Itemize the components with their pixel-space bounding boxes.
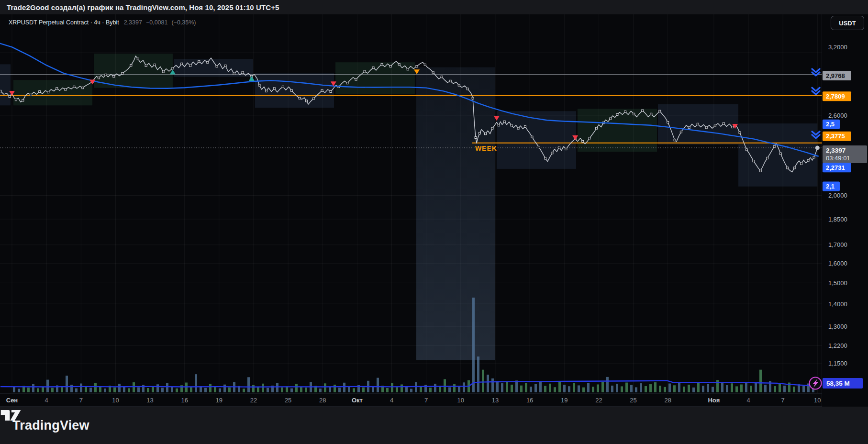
volume-bar (721, 382, 723, 392)
price-point-marker (407, 68, 409, 70)
volume-bar (434, 384, 436, 392)
price-point-marker (517, 127, 519, 129)
price-axis-label: 1,6000 (828, 260, 847, 267)
time-axis[interactable]: Сен4710131619222528Окт4710131619222528Но… (0, 393, 822, 407)
time-axis-label: 28 (664, 397, 671, 404)
time-axis-label: 10 (112, 397, 119, 404)
price-point-marker (667, 122, 669, 123)
volume-bar (300, 387, 302, 392)
price-point-marker (258, 84, 260, 86)
volume-bar (597, 385, 599, 393)
price-axis-label: 1,3000 (828, 323, 847, 330)
volume-bar (659, 386, 661, 392)
time-axis-label: 22 (250, 397, 257, 404)
time-axis-label: 7 (781, 397, 785, 404)
chart-canvas[interactable]: WEEKСен4710131619222528Окт47101316192225… (0, 14, 868, 407)
volume-bar (664, 387, 666, 392)
price-point-marker (753, 160, 755, 162)
price-point-marker (813, 156, 815, 158)
price-point-marker (551, 152, 553, 154)
price-point-marker (787, 167, 789, 169)
volume-bar (472, 298, 475, 392)
price-point-marker (807, 159, 809, 161)
time-axis-scale[interactable] (0, 393, 822, 407)
price-point-marker (321, 89, 323, 91)
price-point-marker (491, 127, 493, 129)
price-level-label-text: 2,9768 (826, 72, 845, 79)
price-point-marker (582, 140, 584, 142)
time-axis-label: 13 (492, 397, 499, 404)
volume-bar (252, 385, 255, 392)
volume-bar (573, 383, 575, 392)
volume-bar (295, 384, 298, 392)
price-point-marker (467, 88, 468, 90)
volume-bar (668, 384, 671, 392)
price-point-marker (22, 100, 24, 101)
price-point-marker (441, 76, 443, 78)
volume-bar (85, 387, 87, 392)
price-point-marker (773, 145, 775, 147)
chart-legend[interactable]: XRPUSDT Perpetual Contract · 4ч · Bybit … (9, 19, 196, 26)
volume-bar (764, 385, 767, 392)
price-point-marker (82, 87, 84, 89)
price-point-marker (472, 97, 474, 99)
price-point-marker (723, 122, 724, 124)
price-axis-label: 2,6000 (828, 112, 847, 119)
volume-bar (712, 387, 714, 392)
price-point-marker (538, 146, 540, 148)
volume-bar (716, 380, 719, 392)
volume-bar (482, 370, 484, 392)
volume-bar (487, 375, 489, 392)
price-point-marker (432, 71, 434, 73)
volume-bar (204, 388, 207, 392)
volume-bar (683, 387, 685, 392)
tradingview-logo[interactable]: TradingView (8, 418, 89, 433)
price-point-marker (364, 70, 366, 72)
volume-bar (587, 383, 590, 392)
volume-bar (209, 384, 211, 392)
volume-bar (13, 387, 15, 392)
price-axis-label: 1,2200 (828, 342, 847, 349)
volume-bar (582, 388, 585, 392)
price-point-marker (746, 149, 747, 151)
volume-bar (558, 381, 561, 392)
volume-bar (707, 384, 709, 392)
currency-toggle-button[interactable]: USDT (831, 16, 864, 30)
volume-bar (645, 386, 647, 392)
price-point-marker (181, 63, 183, 65)
time-axis-label: 7 (424, 397, 428, 404)
price-point-marker (47, 91, 49, 93)
price-point-marker (113, 76, 115, 78)
price-point-marker (511, 124, 512, 126)
volume-bar (774, 386, 776, 392)
volume-bar (190, 387, 192, 392)
price-point-marker (98, 77, 100, 79)
price-point-marker (39, 90, 41, 92)
price-point-marker (122, 72, 123, 74)
price-point-marker (207, 61, 209, 63)
volume-bar (688, 385, 690, 392)
price-point-marker (498, 124, 500, 126)
price-point-marker (56, 88, 58, 89)
price-level-label-text: 2,5 (826, 121, 835, 128)
price-change: −0,0081 (146, 19, 168, 26)
price-point-marker (705, 127, 707, 129)
price-level-label-text: 2,2731 (826, 164, 845, 171)
volume-bar (104, 388, 106, 392)
volume-bar (568, 386, 570, 392)
price-point-marker (306, 100, 308, 102)
price-point-marker (242, 71, 244, 73)
price-point-marker (224, 65, 226, 67)
price-point-marker (609, 118, 611, 120)
price-point-marker (739, 132, 741, 133)
volume-bar (343, 383, 345, 392)
volume-bar (649, 384, 652, 392)
volume-bar (453, 384, 456, 392)
volume-bar (534, 384, 537, 392)
volume-bar (735, 386, 738, 392)
price-point-marker (172, 67, 174, 69)
volume-bar (654, 382, 657, 392)
volume-bar (410, 389, 412, 392)
volume-bar (276, 383, 278, 392)
price-point-marker (0, 90, 1, 92)
